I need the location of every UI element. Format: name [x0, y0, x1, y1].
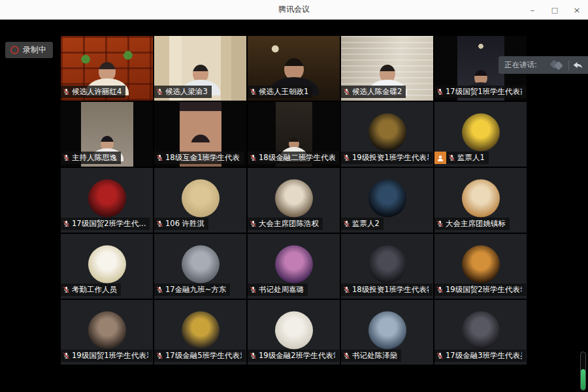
video-tile[interactable]: 候选人梁渝3 [154, 36, 246, 101]
participant-name: 书记处周嘉璐 [259, 285, 304, 295]
video-tile[interactable]: 17金融九班~方东 [154, 234, 246, 299]
participant-label: 大会主席团姚镇标 [434, 218, 510, 230]
video-tile[interactable]: 19级投资1班学生代表瞿... [341, 102, 433, 167]
avatar [182, 245, 220, 283]
participant-label-row: 17级国贸2班学生代... [61, 218, 150, 230]
participant-name: 19级投资1班学生代表瞿... [352, 153, 429, 163]
video-tile[interactable]: 监票人2 [341, 168, 433, 233]
participant-label-row: 大会主席团姚镇标 [434, 218, 510, 230]
video-tile[interactable]: 候选人王朝政1 [248, 36, 340, 101]
muted-mic-icon [156, 352, 163, 359]
video-tile[interactable]: 17级金融3班学生代表吴... [434, 300, 527, 365]
participant-label: 19级国贸1班学生代表邓... [61, 350, 152, 362]
video-tile[interactable]: 18级投资1班学生代表符... [341, 234, 433, 299]
participant-name: 监票人1 [457, 153, 485, 163]
avatar [368, 311, 406, 349]
participant-label: 18级金融二班学生代表... [248, 152, 339, 164]
muted-mic-icon [343, 154, 350, 161]
muted-mic-icon [250, 88, 257, 95]
video-tile[interactable]: 106 许胜淇 [154, 168, 246, 233]
participant-label-row: 17级国贸1班学生代表苏... [434, 86, 526, 98]
participant-label: 18级互金1班学生代表 [154, 152, 244, 164]
close-button[interactable]: × [566, 0, 588, 20]
avatar [182, 311, 220, 349]
video-tile[interactable]: 大会主席团姚镇标 [434, 168, 527, 233]
member-badge-icon [434, 152, 446, 164]
participant-label: 书记处陈泽燊 [341, 350, 401, 362]
video-tile[interactable]: 监票人1 [434, 102, 527, 167]
participant-name: 17级金融3班学生代表吴... [446, 351, 522, 361]
participant-label: 18级投资1班学生代表符... [341, 284, 433, 296]
avatar [368, 113, 406, 151]
participant-label: 19级投资1班学生代表瞿... [341, 152, 433, 164]
video-tile[interactable]: 19级国贸1班学生代表邓... [61, 300, 153, 365]
speaking-label: 正在讲话: [498, 60, 544, 70]
participant-label-row: 19级金融2班学生代表常... [248, 350, 339, 362]
participant-label-row: 19级国贸1班学生代表邓... [61, 350, 152, 362]
participant-label: 大会主席团陈浩权 [248, 218, 323, 230]
muted-mic-icon [436, 220, 444, 227]
participant-label: 候选人王朝政1 [248, 86, 312, 98]
meeting-window: 腾讯会议 – □ × 录制中 正在讲话: [0, 0, 588, 392]
hands-icon[interactable] [544, 56, 568, 74]
participant-label-row: 候选人陈金碟2 [341, 86, 406, 98]
window-controls: – □ × [521, 0, 588, 20]
video-tile[interactable]: 18级金融二班学生代表... [248, 102, 340, 167]
participant-name: 17级金融5班学生代表刘... [165, 351, 242, 361]
participant-label-row: 监票人2 [341, 218, 384, 230]
muted-mic-icon [436, 88, 444, 95]
scrollbar-thumb[interactable] [581, 369, 585, 390]
recording-icon [10, 46, 19, 54]
participant-name: 106 许胜淇 [165, 219, 204, 229]
scrollbar[interactable] [580, 351, 586, 391]
muted-mic-icon [250, 154, 257, 161]
maximize-button[interactable]: □ [544, 0, 566, 20]
video-tile[interactable]: 18级互金1班学生代表 [154, 102, 246, 167]
video-tile[interactable]: 候选人陈金碟2 [341, 36, 433, 101]
muted-mic-icon [156, 154, 163, 161]
participant-name: 18级投资1班学生代表符... [352, 285, 429, 295]
participant-label-row: 18级投资1班学生代表符... [341, 284, 433, 296]
avatar [368, 179, 406, 217]
muted-mic-icon [250, 352, 257, 359]
participant-label: 主持人陈思逸 [61, 152, 121, 164]
muted-mic-icon [63, 286, 70, 293]
avatar [462, 311, 500, 349]
participant-name: 候选人梁渝3 [165, 87, 208, 97]
participant-name: 17级国贸1班学生代表苏... [446, 87, 522, 97]
video-tile[interactable]: 大会主席团陈浩权 [248, 168, 340, 233]
video-tile[interactable]: 17级金融5班学生代表刘... [154, 300, 246, 365]
avatar [275, 179, 313, 217]
participant-label: 17级金融3班学生代表吴... [434, 350, 526, 362]
participant-label-row: 17级金融5班学生代表刘... [154, 350, 246, 362]
muted-mic-icon [448, 154, 455, 161]
participant-label: 候选人梁渝3 [154, 86, 212, 98]
minimize-button[interactable]: – [521, 0, 544, 20]
muted-mic-icon [156, 220, 163, 227]
muted-mic-icon [436, 286, 444, 293]
video-tile[interactable]: 考勤工作人员 [61, 234, 153, 299]
avatar [275, 311, 313, 349]
muted-mic-icon [63, 352, 70, 359]
video-tile[interactable]: 候选人许丽红4 [61, 36, 153, 101]
participant-name: 候选人许丽红4 [72, 87, 122, 97]
video-tile[interactable]: 书记处周嘉璐 [248, 234, 340, 299]
video-tile[interactable]: 19级国贸2班学生代表李... [434, 234, 527, 299]
video-tile[interactable]: 19级金融2班学生代表常... [248, 300, 340, 365]
recording-label: 录制中 [23, 44, 46, 56]
participant-name: 候选人陈金碟2 [352, 87, 402, 97]
participant-name: 17金融九班~方东 [165, 285, 226, 295]
muted-mic-icon [156, 88, 163, 95]
muted-mic-icon [63, 220, 70, 227]
video-tile[interactable]: 书记处陈泽燊 [341, 300, 433, 365]
participant-label-row: 监票人1 [434, 152, 489, 164]
back-arrow-icon[interactable] [569, 56, 588, 74]
muted-mic-icon [250, 220, 257, 227]
participant-label: 候选人许丽红4 [61, 86, 125, 98]
recording-badge[interactable]: 录制中 [5, 42, 53, 58]
participant-label-row: 19级投资1班学生代表瞿... [341, 152, 433, 164]
video-tile[interactable]: 主持人陈思逸 [61, 102, 153, 167]
video-tile[interactable]: 17级国贸2班学生代... [61, 168, 153, 233]
participant-name: 候选人王朝政1 [259, 87, 308, 97]
participant-label-row: 大会主席团陈浩权 [248, 218, 323, 230]
